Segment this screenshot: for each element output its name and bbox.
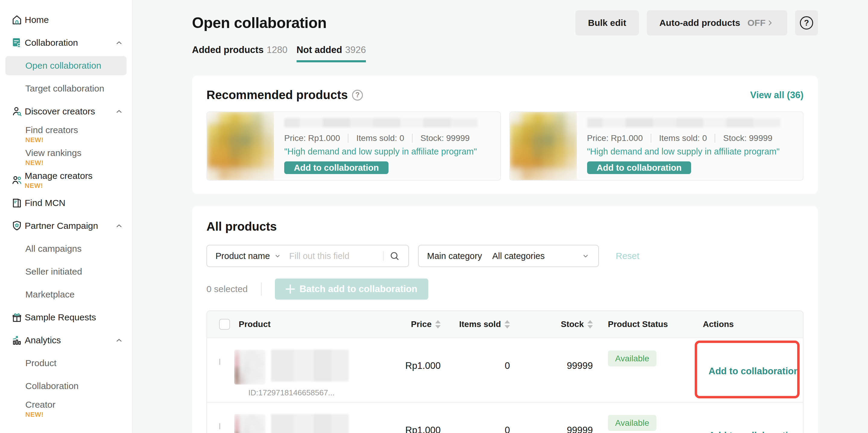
search-field-selector[interactable]: Product name [216, 251, 270, 261]
chevron-right-icon [766, 19, 775, 27]
question-circle-icon[interactable]: ? [352, 90, 363, 101]
sidebar-item-sample-requests[interactable]: Sample Requests [0, 306, 132, 329]
sidebar-item-view-rankings[interactable]: View rankings NEW! [0, 146, 132, 169]
sidebar-item-analytics-collaboration[interactable]: Collaboration [0, 375, 132, 397]
table-row: Rp1.000 0 99999 Available Add to collabo… [207, 402, 803, 433]
sidebar-item-all-campaigns[interactable]: All campaigns [0, 237, 132, 260]
help-tips-button[interactable]: ? [795, 10, 818, 36]
add-to-collaboration-link[interactable]: Add to collaboration [709, 430, 799, 433]
stock-value: 99999 [518, 338, 599, 371]
product-cell [234, 403, 385, 433]
batch-add-button[interactable]: Batch add to collaboration [275, 278, 428, 300]
tab-not-added[interactable]: Not added 3926 [297, 44, 366, 62]
search-icon[interactable] [389, 251, 400, 261]
product-title-blurred [284, 118, 478, 127]
sidebar-item-manage-creators[interactable]: Manage creators NEW! [0, 169, 132, 192]
products-table: Product Price Items sold Stock Product S… [207, 310, 804, 433]
table-header-row: Product Price Items sold Stock Product S… [207, 311, 803, 338]
sort-icon[interactable] [435, 320, 441, 329]
price-value: Rp1.000 [385, 338, 448, 371]
items-sold-value: 0 [448, 403, 518, 433]
auto-add-products-button[interactable]: Auto-add products OFF [647, 10, 787, 36]
view-all-link[interactable]: View all (36) [750, 90, 804, 101]
question-lightbulb-icon: ? [800, 16, 813, 30]
column-header-actions: Actions [698, 320, 803, 329]
product-thumbnail-blurred [234, 349, 266, 385]
search-input-placeholder[interactable]: Fill out this field [289, 251, 350, 261]
category-filter-label: Main category [427, 251, 482, 261]
new-badge: NEW! [25, 159, 82, 166]
filter-bar: Product name Fill out this field Main ca… [207, 245, 804, 267]
analytics-icon [11, 334, 23, 346]
price-value: Rp1.000 [385, 403, 448, 433]
sidebar-item-find-mcn[interactable]: Find MCN [0, 192, 132, 214]
stock-label: Stock: 99999 [421, 133, 470, 143]
sidebar-group-discover-creators[interactable]: Discover creators [0, 100, 132, 123]
new-badge: NEW! [25, 136, 78, 143]
sidebar-item-analytics-creator[interactable]: Creator NEW! [0, 397, 132, 420]
sidebar-group-collaboration[interactable]: Collaboration [0, 31, 132, 54]
manage-creators-icon [11, 174, 23, 186]
sidebar: Home Collaboration Open collaboration Ta… [0, 0, 133, 433]
sidebar-group-analytics[interactable]: Analytics [0, 329, 132, 352]
status-cell: Available [599, 338, 698, 363]
select-all-checkbox[interactable] [219, 319, 230, 330]
actions-cell: Add to collaboration [698, 403, 803, 433]
tab-count: 3926 [345, 44, 366, 56]
auto-add-state: OFF [747, 18, 766, 28]
discover-creators-icon [11, 105, 23, 118]
sidebar-item-open-collaboration[interactable]: Open collaboration [5, 56, 127, 75]
sidebar-item-marketplace[interactable]: Marketplace [0, 283, 132, 306]
row-checkbox[interactable] [219, 359, 220, 365]
recommended-card: Price: Rp1.000 Items sold: 0 Stock: 9999… [509, 111, 804, 181]
all-products-panel: All products Product name Fill out this … [192, 206, 818, 433]
product-tabs: Added products 1280 Not added 3926 [192, 44, 818, 62]
product-id: ID:1729718146658567... [234, 388, 349, 397]
category-filter-value[interactable]: All categories [492, 251, 545, 261]
row-checkbox[interactable] [219, 423, 220, 429]
sidebar-group-partner-campaign[interactable]: Partner Campaign [0, 214, 132, 237]
items-sold-value: 0 [448, 338, 518, 371]
reset-button[interactable]: Reset [616, 251, 639, 261]
stock-value: 99999 [518, 403, 599, 433]
batch-action-bar: 0 selected Batch add to collaboration [207, 278, 804, 300]
selected-count: 0 selected [207, 284, 248, 294]
category-filter-box[interactable]: Main category All categories [418, 245, 599, 267]
status-cell: Available [599, 403, 698, 428]
product-name-blurred [271, 349, 349, 381]
new-badge: NEW! [25, 182, 93, 189]
status-badge: Available [608, 415, 656, 431]
sort-icon[interactable] [587, 320, 593, 329]
recommendation-reason: "High demand and low supply in affiliate… [587, 147, 780, 157]
collaboration-icon [11, 37, 23, 49]
add-to-collaboration-button[interactable]: Add to collaboration [284, 161, 389, 174]
page-header: Open collaboration Bulk edit Auto-add pr… [192, 10, 818, 36]
sort-icon[interactable] [504, 320, 510, 329]
sidebar-item-analytics-product[interactable]: Product [0, 352, 132, 375]
sidebar-item-find-creators[interactable]: Find creators NEW! [0, 123, 132, 146]
column-header-product-status: Product Status [599, 320, 698, 329]
new-badge: NEW! [25, 411, 56, 418]
sidebar-item-home[interactable]: Home [0, 8, 132, 31]
product-thumbnail-blurred [234, 414, 266, 433]
bulk-edit-button[interactable]: Bulk edit [575, 10, 639, 36]
column-header-product: Product [234, 320, 385, 329]
column-header-price: Price [385, 320, 448, 329]
chevron-up-icon [115, 107, 124, 116]
product-name-blurred [271, 414, 349, 433]
sidebar-item-target-collaboration[interactable]: Target collaboration [0, 77, 132, 100]
sidebar-item-seller-initiated[interactable]: Seller initiated [0, 260, 132, 283]
product-search-box[interactable]: Product name Fill out this field [207, 245, 409, 267]
add-to-collaboration-button[interactable]: Add to collaboration [587, 161, 691, 174]
recommended-products-panel: Recommended products ? View all (36) Pri… [192, 75, 818, 194]
chevron-up-icon [115, 38, 124, 47]
actions-cell: Add to collaboration [698, 338, 803, 377]
column-header-stock: Stock [518, 320, 599, 329]
add-to-collaboration-link[interactable]: Add to collaboration [709, 366, 799, 376]
tab-added-products[interactable]: Added products 1280 [192, 44, 287, 62]
product-image-blurred [207, 112, 274, 180]
stock-label: Stock: 99999 [723, 133, 772, 143]
product-cell: ID:1729718146658567... [234, 338, 385, 397]
find-mcn-icon [11, 197, 23, 209]
page-title: Open collaboration [192, 14, 327, 32]
